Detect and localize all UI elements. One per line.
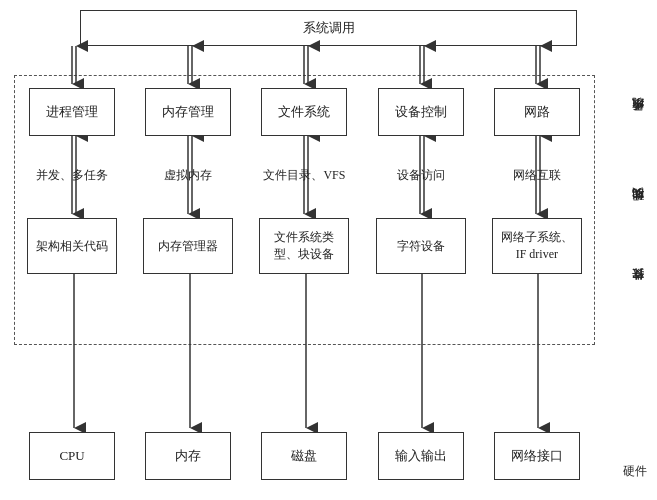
ram-box: 内存 (145, 432, 231, 480)
device-box: 设备控制 (378, 88, 464, 136)
hw-label: 硬件 (623, 463, 647, 480)
diagram: 系统调用 (0, 0, 657, 500)
func-item-5: 网络互联 (487, 167, 587, 184)
sw-boxes-row: 架构相关代码 内存管理器 文件系统类型、块设备 字符设备 网络子系统、IF dr… (14, 218, 595, 274)
func-item-4: 设备访问 (371, 167, 471, 184)
hw-boxes-row: CPU 内存 磁盘 输入输出 网络接口 (14, 432, 595, 480)
sw-box-5: 网络子系统、IF driver (492, 218, 582, 274)
sw-box-4: 字符设备 (376, 218, 466, 274)
sw-box-3: 文件系统类型、块设备 (259, 218, 349, 274)
func-item-2: 虚拟内存 (138, 167, 238, 184)
network-box: 网路 (494, 88, 580, 136)
filesystem-box: 文件系统 (261, 88, 347, 136)
syscall-box: 系统调用 (80, 10, 577, 46)
netif-box: 网络接口 (494, 432, 580, 480)
disk-box: 磁盘 (261, 432, 347, 480)
cpu-box: CPU (29, 432, 115, 480)
func-row: 并发、多任务 虚拟内存 文件目录、VFS 设备访问 网络互联 (14, 167, 595, 184)
syscall-label: 系统调用 (303, 19, 355, 37)
sw-box-1: 架构相关代码 (27, 218, 117, 274)
func-item-1: 并发、多任务 (22, 167, 122, 184)
kernel-boxes-row: 进程管理 内存管理 文件系统 设备控制 网路 (14, 88, 595, 136)
sw-box-2: 内存管理器 (143, 218, 233, 274)
process-box: 进程管理 (29, 88, 115, 136)
memory-box: 内存管理 (145, 88, 231, 136)
func-item-3: 文件目录、VFS (254, 167, 354, 184)
io-box: 输入输出 (378, 432, 464, 480)
